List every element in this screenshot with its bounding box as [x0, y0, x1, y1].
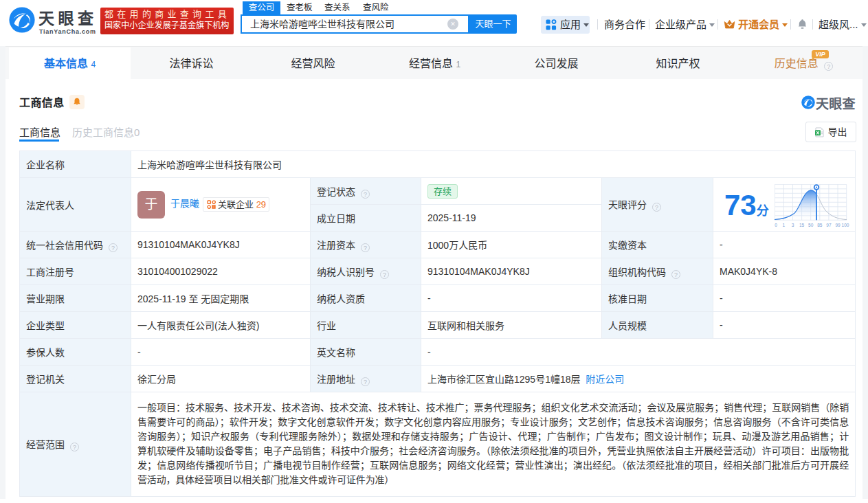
svg-text:97: 97: [826, 223, 832, 227]
svg-text:1: 1: [783, 223, 786, 227]
svg-text:100: 100: [842, 223, 849, 227]
svg-text:99: 99: [835, 223, 841, 227]
svg-text:3: 3: [792, 223, 794, 227]
svg-text:85: 85: [817, 223, 823, 227]
svg-text:50: 50: [808, 223, 814, 227]
svg-text:0: 0: [775, 223, 777, 227]
svg-text:15: 15: [799, 223, 805, 227]
